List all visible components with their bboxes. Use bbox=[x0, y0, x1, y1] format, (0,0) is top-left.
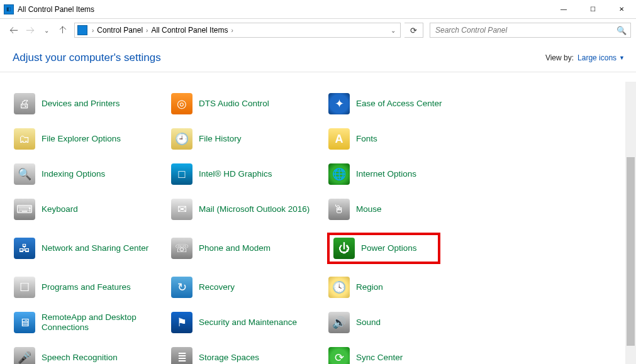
page-title: Adjust your computer's settings bbox=[13, 52, 161, 64]
fonts-icon: A bbox=[328, 128, 350, 150]
recent-locations-dropdown[interactable]: ⌄ bbox=[39, 23, 54, 38]
sound-icon: 🔊 bbox=[328, 312, 350, 333]
storage-spaces-icon: ≣ bbox=[171, 347, 192, 364]
item-label: Power Options bbox=[361, 243, 417, 253]
item-keyboard[interactable]: ⌨ Keyboard bbox=[13, 197, 157, 221]
item-phone-and-modem[interactable]: ☏ Phone and Modem bbox=[170, 233, 315, 264]
minimize-button[interactable]: — bbox=[549, 0, 578, 19]
phone-modem-icon: ☏ bbox=[171, 238, 192, 259]
back-button[interactable]: 🡠 bbox=[6, 23, 21, 38]
item-storage-spaces[interactable]: ≣ Storage Spaces bbox=[170, 346, 315, 364]
item-speech-recognition[interactable]: 🎤 Speech Recognition bbox=[13, 346, 157, 364]
item-remoteapp[interactable]: 🖥 RemoteApp and Desktop Connections bbox=[13, 311, 157, 334]
item-mouse[interactable]: 🖱 Mouse bbox=[327, 197, 472, 221]
item-region[interactable]: 🕓 Region bbox=[327, 275, 472, 299]
item-sync-center[interactable]: ⟳ Sync Center bbox=[327, 346, 472, 364]
maximize-button[interactable]: ☐ bbox=[578, 0, 607, 19]
network-icon: 🖧 bbox=[14, 238, 35, 259]
chevron-right-icon[interactable]: › bbox=[228, 27, 236, 34]
breadcrumb-leaf[interactable]: All Control Panel Items bbox=[151, 26, 228, 35]
close-button[interactable]: ✕ bbox=[607, 0, 636, 19]
item-label: Mouse bbox=[356, 204, 382, 214]
vertical-scrollbar[interactable] bbox=[625, 82, 636, 364]
item-recovery[interactable]: ↻ Recovery bbox=[170, 275, 315, 299]
mouse-icon: 🖱 bbox=[328, 199, 350, 220]
search-input[interactable] bbox=[434, 25, 616, 35]
up-button[interactable]: 🡡 bbox=[55, 23, 70, 38]
breadcrumb-root[interactable]: Control Panel bbox=[97, 26, 143, 35]
item-label: Storage Spaces bbox=[199, 353, 259, 363]
chevron-right-icon[interactable]: › bbox=[143, 27, 151, 34]
window-controls: — ☐ ✕ bbox=[549, 0, 636, 19]
region-icon: 🕓 bbox=[328, 277, 350, 298]
ease-of-access-icon: ✦ bbox=[328, 93, 350, 114]
programs-features-icon: ☐ bbox=[14, 277, 35, 298]
item-security-and-maintenance[interactable]: ⚑ Security and Maintenance bbox=[170, 311, 315, 334]
item-network-and-sharing-center[interactable]: 🖧 Network and Sharing Center bbox=[13, 233, 157, 264]
navigation-row: 🡠 🡢 ⌄ 🡡 › Control Panel › All Control Pa… bbox=[0, 19, 636, 41]
path-icon bbox=[77, 25, 87, 35]
keyboard-icon: ⌨ bbox=[14, 199, 35, 220]
file-history-icon: 🕘 bbox=[171, 128, 192, 150]
viewby-value-dropdown[interactable]: Large icons ▼ bbox=[577, 53, 625, 62]
search-icon[interactable]: 🔍 bbox=[616, 26, 627, 35]
item-label: Indexing Options bbox=[42, 169, 105, 179]
item-label: RemoteApp and Desktop Connections bbox=[42, 312, 156, 333]
item-label: Speech Recognition bbox=[42, 353, 118, 363]
viewby-value-text: Large icons bbox=[577, 53, 616, 62]
item-label: Programs and Features bbox=[42, 282, 131, 292]
item-dts-audio-control[interactable]: ◎ DTS Audio Control bbox=[170, 92, 315, 116]
intel-hd-graphics-icon: □ bbox=[171, 163, 192, 185]
chevron-down-icon: ▼ bbox=[619, 55, 625, 61]
viewby-label: View by: bbox=[545, 53, 574, 62]
speech-recognition-icon: 🎤 bbox=[14, 347, 35, 364]
item-programs-and-features[interactable]: ☐ Programs and Features bbox=[13, 275, 157, 299]
item-label: Devices and Printers bbox=[42, 99, 120, 109]
item-fonts[interactable]: A Fonts bbox=[327, 127, 472, 151]
item-file-history[interactable]: 🕘 File History bbox=[170, 127, 315, 151]
address-bar[interactable]: › Control Panel › All Control Panel Item… bbox=[74, 23, 401, 38]
item-label: Ease of Access Center bbox=[356, 99, 442, 109]
item-label: Security and Maintenance bbox=[199, 317, 297, 328]
item-label: File History bbox=[199, 134, 242, 144]
recovery-icon: ↻ bbox=[171, 277, 192, 298]
items-grid: 🖨 Devices and Printers ◎ DTS Audio Contr… bbox=[0, 82, 636, 364]
item-label: DTS Audio Control bbox=[199, 99, 269, 109]
search-box[interactable]: 🔍 bbox=[430, 23, 631, 38]
file-explorer-options-icon: 🗂 bbox=[14, 128, 35, 150]
security-maintenance-icon: ⚑ bbox=[171, 312, 192, 333]
refresh-button[interactable]: ⟳ bbox=[404, 23, 423, 38]
item-devices-and-printers[interactable]: 🖨 Devices and Printers bbox=[13, 92, 157, 116]
item-label: Network and Sharing Center bbox=[42, 243, 148, 253]
item-ease-of-access-center[interactable]: ✦ Ease of Access Center bbox=[327, 92, 472, 116]
item-label: Phone and Modem bbox=[199, 243, 271, 253]
window-title: All Control Panel Items bbox=[18, 5, 94, 14]
item-power-options[interactable]: ⏻ Power Options bbox=[327, 233, 440, 264]
control-panel-app-icon: ◧ bbox=[4, 4, 14, 14]
mail-icon: ✉ bbox=[171, 199, 192, 220]
address-history-dropdown[interactable]: ⌄ bbox=[386, 27, 400, 34]
item-label: File Explorer Options bbox=[42, 134, 121, 144]
remoteapp-icon: 🖥 bbox=[14, 312, 35, 333]
devices-and-printers-icon: 🖨 bbox=[14, 93, 35, 114]
item-label: Mail (Microsoft Outlook 2016) bbox=[199, 204, 310, 214]
subheader: Adjust your computer's settings View by:… bbox=[0, 41, 636, 72]
item-internet-options[interactable]: 🌐 Internet Options bbox=[327, 162, 472, 186]
scrollbar-thumb[interactable] bbox=[627, 157, 635, 346]
forward-button[interactable]: 🡢 bbox=[23, 23, 38, 38]
item-label: Sound bbox=[356, 317, 381, 328]
item-label: Keyboard bbox=[42, 204, 78, 214]
indexing-options-icon: 🔍 bbox=[14, 163, 35, 185]
content-area: 🖨 Devices and Printers ◎ DTS Audio Contr… bbox=[0, 82, 636, 364]
item-label: Internet Options bbox=[356, 169, 416, 179]
item-intel-hd-graphics[interactable]: □ Intel® HD Graphics bbox=[170, 162, 315, 186]
item-mail[interactable]: ✉ Mail (Microsoft Outlook 2016) bbox=[170, 197, 315, 221]
titlebar: ◧ All Control Panel Items — ☐ ✕ bbox=[0, 0, 636, 19]
power-options-icon: ⏻ bbox=[333, 238, 355, 259]
item-indexing-options[interactable]: 🔍 Indexing Options bbox=[13, 162, 157, 186]
chevron-right-icon[interactable]: › bbox=[89, 27, 97, 34]
item-file-explorer-options[interactable]: 🗂 File Explorer Options bbox=[13, 127, 157, 151]
sync-center-icon: ⟳ bbox=[328, 347, 350, 364]
dts-audio-icon: ◎ bbox=[171, 93, 192, 114]
item-sound[interactable]: 🔊 Sound bbox=[327, 311, 472, 334]
